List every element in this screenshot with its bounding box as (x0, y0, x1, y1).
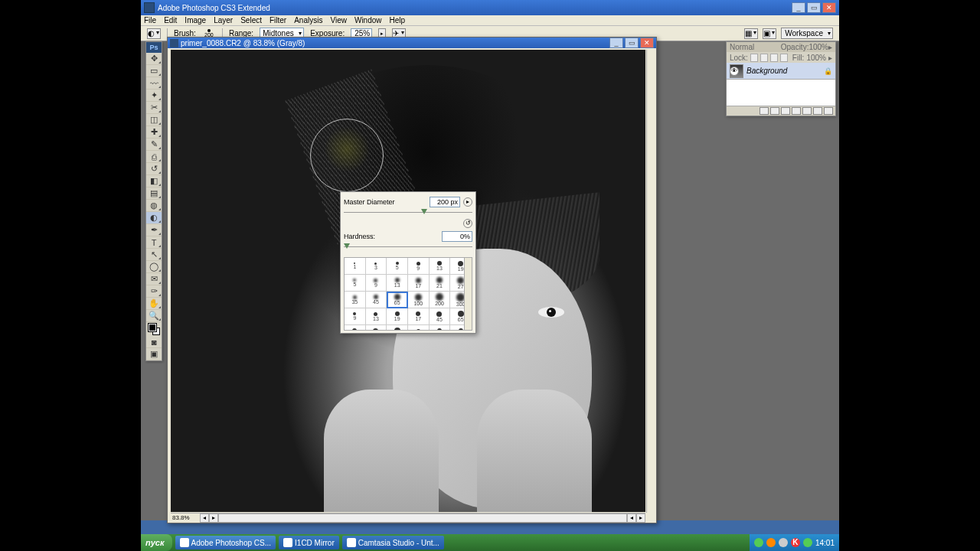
menu-help[interactable]: Help (390, 16, 406, 24)
tool-notes[interactable]: ✉ (146, 273, 162, 285)
taskbar-item[interactable]: Camtasia Studio - Unt... (342, 536, 444, 549)
screen-mode-button[interactable]: ▣ (763, 28, 776, 39)
link-layers-button[interactable] (760, 107, 769, 115)
tool-shape[interactable]: ◯ (146, 261, 162, 273)
brush-preset[interactable]: 17 (408, 308, 430, 325)
menu-layer[interactable]: Layer (214, 16, 233, 24)
minimize-button[interactable]: _ (792, 2, 805, 13)
tool-gradient[interactable]: ▤ (146, 187, 162, 200)
tool-history[interactable]: ↺ (146, 163, 162, 175)
taskbar-item[interactable]: I1CD Mirror (279, 536, 339, 549)
tool-crop[interactable]: ✂ (146, 102, 162, 114)
tool-marquee[interactable]: ▭ (146, 65, 162, 77)
brush-preset[interactable]: 24 (430, 325, 451, 331)
brush-preset[interactable]: 45 (430, 308, 451, 325)
tool-eyedrop[interactable]: ✑ (146, 285, 162, 298)
adjustment-button[interactable] (792, 107, 801, 115)
master-diameter-input[interactable] (430, 197, 460, 207)
brush-preset[interactable]: 45 (366, 292, 387, 308)
brush-preset[interactable]: 13 (387, 275, 408, 292)
menu-view[interactable]: View (330, 16, 347, 24)
tool-lasso[interactable]: 〰 (146, 77, 162, 90)
new-layer-button[interactable] (813, 107, 822, 115)
tool-move[interactable]: ✥ (146, 53, 162, 65)
menu-edit[interactable]: Edit (164, 16, 177, 24)
brush-preset[interactable]: 300 (387, 325, 408, 331)
brush-preset[interactable]: 13 (366, 308, 387, 325)
lock-transparency[interactable] (750, 54, 758, 62)
tool-stamp[interactable]: ⎙ (146, 151, 162, 163)
diameter-slider[interactable] (344, 209, 472, 217)
tool-eraser[interactable]: ◧ (146, 175, 162, 187)
tool-heal[interactable]: ✚ (146, 126, 162, 139)
layer-style-button[interactable] (770, 107, 779, 115)
tool-path[interactable]: ↖ (146, 249, 162, 261)
start-button[interactable]: пуск (141, 534, 172, 551)
color-swatches[interactable] (146, 322, 162, 336)
tool-wand[interactable]: ✦ (146, 90, 162, 102)
taskbar-item[interactable]: Adobe Photoshop CS... (175, 536, 276, 549)
quick-mask[interactable]: ◙ (146, 336, 162, 348)
opacity-value[interactable]: 100% (808, 43, 828, 51)
doc-maximize[interactable]: ▭ (625, 37, 639, 48)
workspace-dropdown[interactable]: Workspace (781, 28, 833, 39)
brush-preset[interactable]: 100 (345, 325, 366, 331)
menu-select[interactable]: Select (240, 16, 262, 24)
toolbox-header[interactable]: Ps (146, 42, 162, 53)
brush-preset[interactable]: 21 (430, 275, 451, 292)
hardness-input[interactable] (442, 231, 472, 242)
tool-dodge[interactable]: ◐ (146, 212, 162, 224)
doc-minimize[interactable]: _ (609, 37, 623, 48)
brush-preset[interactable]: 17 (408, 275, 430, 292)
system-tray[interactable]: K 14:01 (750, 534, 839, 551)
blend-mode[interactable]: Normal (730, 43, 754, 51)
brush-preset[interactable]: 5 (345, 275, 366, 292)
visibility-icon[interactable]: 👁 (730, 67, 739, 76)
group-button[interactable] (802, 107, 812, 115)
brush-preset[interactable]: 9 (345, 308, 366, 325)
tool-slice[interactable]: ◫ (146, 114, 162, 126)
preset-scrollbar[interactable] (464, 258, 472, 330)
zoom-status[interactable]: 83.8% (171, 513, 200, 523)
menu-window[interactable]: Window (354, 16, 382, 24)
brush-preset[interactable]: 1 (345, 258, 366, 275)
maximize-button[interactable]: ▭ (807, 2, 821, 13)
brush-preset[interactable]: 9 (408, 258, 430, 275)
doc-titlebar[interactable]: primer_0088.CR2 @ 83.8% (Gray/8) _ ▭ ✕ (168, 37, 656, 48)
close-button[interactable]: ✕ (822, 2, 836, 13)
tool-brush[interactable]: ✎ (146, 139, 162, 151)
brush-preset[interactable]: 13 (430, 258, 451, 275)
lock-all[interactable] (780, 54, 788, 62)
doc-close[interactable]: ✕ (640, 37, 654, 48)
bridge-button[interactable]: ▦ (744, 28, 758, 39)
popup-menu-button[interactable]: ▸ (463, 197, 472, 207)
menu-filter[interactable]: Filter (270, 16, 286, 24)
tool-pen[interactable]: ✒ (146, 224, 162, 236)
tool-hand[interactable]: ✋ (146, 298, 162, 310)
menu-analysis[interactable]: Analysis (294, 16, 322, 24)
delete-layer-button[interactable] (824, 107, 833, 115)
tool-zoom[interactable]: 🔍 (146, 310, 162, 322)
h-scrollbar[interactable]: ◂▸ ◂▸ (200, 513, 645, 523)
foreground-color[interactable] (149, 324, 156, 331)
v-scrollbar[interactable] (646, 50, 656, 513)
layer-row[interactable]: 👁 Background 🔒 (727, 63, 835, 80)
lock-pixels[interactable] (760, 54, 768, 62)
tool-type[interactable]: T (146, 236, 162, 249)
layer-mask-button[interactable] (781, 107, 790, 115)
menu-image[interactable]: Image (185, 16, 206, 24)
brush-preset[interactable]: 19 (387, 308, 408, 325)
brush-preset[interactable]: 14 (408, 325, 430, 331)
menu-file[interactable]: File (144, 16, 156, 24)
screen-mode[interactable]: ▣ (146, 348, 162, 360)
tool-preset-dropdown[interactable]: ◐ (147, 28, 161, 39)
fill-value[interactable]: 100% (806, 54, 826, 62)
brush-preset[interactable]: 3 (366, 258, 387, 275)
layer-name[interactable]: Background (746, 67, 787, 75)
reset-size-button[interactable]: ↺ (463, 219, 472, 228)
brush-preset[interactable]: 200 (366, 325, 387, 331)
hardness-slider[interactable] (344, 243, 472, 251)
brush-preset[interactable]: 5 (387, 258, 408, 275)
brush-preset[interactable]: 35 (345, 292, 366, 308)
brush-preset[interactable]: 65 (387, 292, 408, 308)
